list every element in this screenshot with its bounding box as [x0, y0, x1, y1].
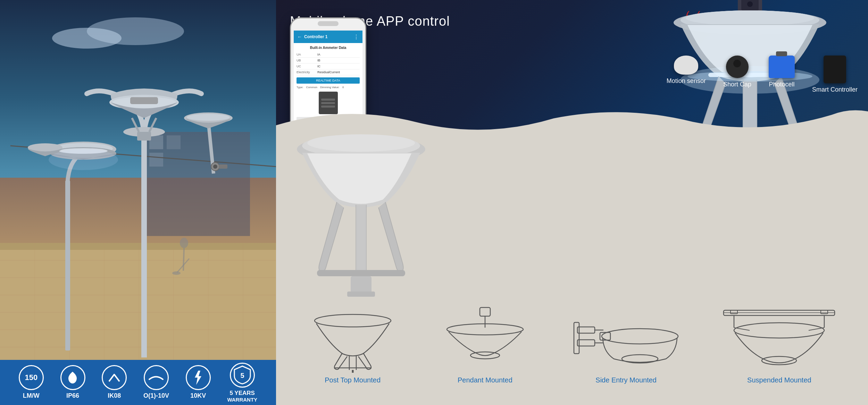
spec-icon-10kv [186, 365, 211, 390]
spec-lmw: 150 LM/W [19, 365, 44, 400]
mount-label-post-top: Post Top Mounted [325, 376, 381, 384]
photocell-top [776, 51, 787, 56]
svg-point-40 [172, 271, 181, 275]
svg-point-25 [49, 149, 118, 170]
accessory-photocell: Photocell [769, 56, 795, 88]
motion-sensor-shape [674, 56, 698, 75]
svg-rect-30 [137, 132, 151, 141]
dimming-row: Type:CommonDimming Value:0 [297, 86, 360, 89]
phone-notch [318, 21, 339, 26]
right-panel: Mobile phone APP control ← Controller 1 … [276, 0, 868, 405]
accessory-smart-controller: Smart Controller [812, 56, 858, 93]
svg-point-82 [734, 323, 824, 338]
svg-point-73 [602, 329, 678, 344]
svg-rect-4 [0, 243, 276, 360]
accessory-label-smart-controller: Smart Controller [812, 86, 858, 93]
svg-rect-2 [167, 135, 181, 149]
svg-rect-58 [347, 292, 375, 297]
svg-point-55 [307, 134, 415, 152]
mount-label-suspended: Suspended Mounted [747, 376, 811, 384]
post-top-fixture-large [286, 104, 436, 330]
phone-screen-title-text: Controller 1 [304, 34, 327, 39]
accessory-label-short-cap: Short Cap [723, 81, 751, 88]
ammeter-row-ub: UBIB [297, 58, 360, 64]
svg-rect-56 [317, 270, 405, 276]
ammeter-title: Built-in Ammeter Data [297, 46, 360, 50]
spec-label-warranty-line1: 5 YEARS [227, 390, 257, 397]
mount-suspended-svg [722, 307, 836, 373]
ammeter-row-uc: UCIC [297, 64, 360, 69]
svg-rect-69 [577, 327, 595, 333]
photocell-shape [769, 56, 795, 78]
mount-pendant-svg [440, 307, 530, 373]
mount-label-side-entry: Side Entry Mounted [595, 376, 657, 384]
server-line-2 [321, 102, 335, 104]
svg-line-38 [183, 248, 184, 271]
lights-illustration [0, 0, 276, 360]
spec-label-warranty-line2: WARRANTY [227, 397, 257, 403]
spec-ik08: IK08 [102, 365, 127, 400]
svg-point-74 [622, 355, 658, 363]
svg-point-32 [187, 114, 230, 121]
spec-icon-warranty: 5 [230, 363, 255, 388]
spec-ip66: IP66 [60, 365, 85, 400]
spec-dimming: O(1)-10V [143, 365, 169, 400]
right-bottom: Post Top Mounted Pendant Mounted [276, 146, 868, 405]
phone-back-arrow: ← [297, 34, 302, 40]
mounting-types-row: Post Top Mounted Pendant Mounted [286, 307, 858, 384]
spec-icon-ip66 [60, 365, 85, 390]
svg-point-59 [315, 314, 391, 327]
svg-rect-79 [821, 310, 828, 314]
server-line-1 [321, 99, 335, 101]
spec-label-10kv: 10KV [190, 392, 206, 400]
svg-marker-41 [195, 371, 201, 385]
svg-rect-77 [731, 310, 737, 314]
phone-screen-header: ← Controller 1 ⋮ [294, 31, 362, 43]
svg-rect-64 [480, 307, 490, 316]
specs-bar: 150 LM/W IP66 IK08 [0, 360, 276, 405]
accessory-label-motion: Motion sensor [667, 77, 706, 85]
spec-10kv: 10KV [186, 365, 211, 400]
spec-label-lmw: LM/W [23, 392, 40, 400]
svg-rect-70 [577, 340, 595, 346]
mount-label-pendant: Pendant Mounted [458, 376, 512, 384]
ammeter-row-ua: UAIA [297, 52, 360, 58]
accessory-short-cap: Short Cap [723, 56, 751, 88]
svg-rect-29 [130, 97, 158, 104]
mount-side-entry-svg [572, 307, 680, 373]
accessory-motion-sensor: Motion sensor [667, 56, 706, 85]
spec-warranty: 5 5 YEARS WARRANTY [227, 363, 257, 403]
left-panel: 150 LM/W IP66 IK08 [0, 0, 276, 405]
spec-label-dimming: O(1)-10V [143, 392, 169, 400]
mount-suspended: Suspended Mounted [722, 307, 836, 384]
realtime-btn: REALTIME DATA [297, 77, 360, 84]
svg-rect-3 [149, 153, 163, 167]
short-cap-shape [726, 56, 749, 78]
spec-label-ip66: IP66 [66, 392, 79, 400]
spec-icon-dimming [144, 365, 169, 390]
svg-rect-36 [219, 164, 227, 169]
svg-line-84 [734, 328, 750, 330]
svg-rect-1 [149, 135, 163, 149]
spec-icon-ik08 [102, 365, 127, 390]
svg-rect-57 [351, 276, 372, 294]
mount-post-top-svg [308, 307, 398, 373]
mount-side-entry: Side Entry Mounted [572, 307, 680, 384]
ammeter-row-elec: ElectricityResidualCurrent [297, 69, 360, 75]
svg-rect-20 [65, 180, 70, 351]
svg-point-35 [213, 164, 217, 169]
accessories-container: Motion sensor Short Cap Photocell Smart … [667, 56, 858, 93]
svg-rect-5 [0, 243, 276, 250]
svg-point-45 [747, 1, 753, 7]
svg-point-37 [180, 238, 188, 248]
svg-text:5: 5 [240, 372, 244, 379]
svg-point-48 [686, 10, 814, 26]
accessory-label-photocell: Photocell [769, 81, 794, 88]
spec-label-ik08: IK08 [108, 392, 121, 400]
mount-pendant: Pendant Mounted [440, 307, 530, 384]
mount-post-top: Post Top Mounted [308, 307, 398, 384]
short-cap-hole [733, 60, 741, 67]
svg-line-85 [809, 328, 824, 330]
spec-icon-lmw: 150 [19, 365, 44, 390]
smart-controller-shape [824, 56, 846, 83]
